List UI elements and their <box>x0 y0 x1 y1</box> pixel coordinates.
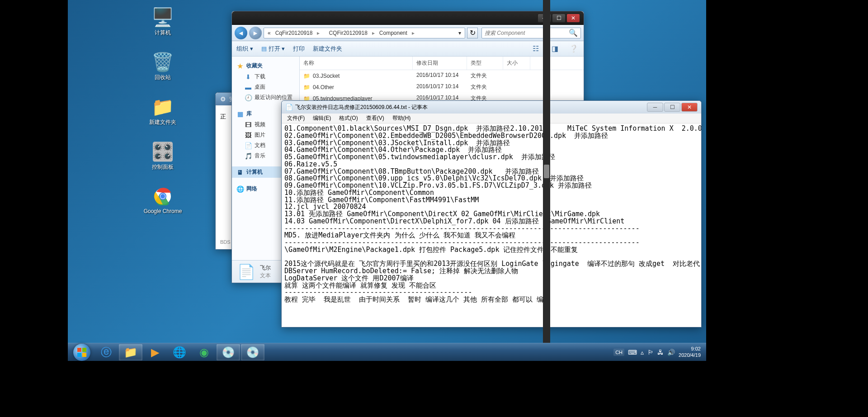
language-indicator[interactable]: CH <box>613 349 624 356</box>
explorer-taskbar-icon: 📁 <box>124 346 137 359</box>
taskbar-app-green[interactable]: ◉ <box>192 344 216 360</box>
action-center-icon[interactable]: 🏳 <box>647 349 654 356</box>
menu-format[interactable]: 格式(O) <box>335 114 361 123</box>
refresh-button[interactable]: ↻ <box>467 28 478 38</box>
folder-icon: 📁 <box>152 96 174 118</box>
column-date[interactable]: 修改日期 <box>413 57 467 70</box>
notepad-title: 飞尔安装控件日志马虎修正20150609.06.44.txt - 记事本 <box>295 104 646 111</box>
menu-file[interactable]: 文件(F) <box>283 114 308 123</box>
nav-desktop[interactable]: ▬桌面 <box>232 82 299 92</box>
media-player-icon: ▶ <box>151 346 159 359</box>
file-row[interactable]: 📁04.Other2016/10/17 10:14文件夹 <box>300 81 584 93</box>
svg-point-4 <box>160 194 165 199</box>
control-panel-icon: 🎛️ <box>152 141 174 162</box>
nav-back-button[interactable]: ◄ <box>235 27 247 39</box>
download-icon: ⬇ <box>245 73 252 81</box>
desktop-icon-control-panel[interactable]: 🎛️ 控制面板 <box>140 139 185 173</box>
search-input[interactable] <box>485 30 569 36</box>
svg-rect-6 <box>82 348 86 352</box>
desktop-nav-icon: ▬ <box>245 84 252 91</box>
menu-view[interactable]: 查看(V) <box>363 114 388 123</box>
green-app-icon: ◉ <box>199 346 209 359</box>
windows-logo-icon <box>73 344 90 361</box>
column-type[interactable]: 类型 <box>467 57 503 70</box>
taskbar-media-player[interactable]: ▶ <box>143 344 167 360</box>
search-icon[interactable]: 🔍 <box>569 28 578 37</box>
svg-rect-8 <box>82 353 86 357</box>
notepad-content[interactable]: 01.Component\01.black\Sources\MSI_D7_Dsg… <box>282 123 701 327</box>
network-icon: 🌐 <box>236 185 244 193</box>
desktop-icon-new-folder[interactable]: 📁 新建文件夹 <box>140 94 185 128</box>
svg-rect-7 <box>77 353 81 357</box>
taskbar-installer[interactable]: 💿 <box>217 344 240 360</box>
disc-icon: 💿 <box>246 346 259 359</box>
taskbar-ie[interactable]: ⓔ <box>94 344 118 360</box>
tray-up-icon[interactable]: ▵ <box>641 349 644 356</box>
menu-edit[interactable]: 编辑(E) <box>309 114 335 123</box>
keyboard-icon[interactable]: ⌨ <box>628 349 637 356</box>
volume-icon[interactable]: 🔊 <box>667 349 675 356</box>
ie-icon: ⓔ <box>101 345 112 360</box>
scrollbar-thumb[interactable] <box>544 165 549 178</box>
search-box[interactable]: 🔍 <box>481 28 581 38</box>
desktop-icon-chrome[interactable]: Google Chrome <box>140 184 185 216</box>
chrome-taskbar-icon: 🌐 <box>173 346 186 359</box>
toolbar-print[interactable]: 打印 <box>293 45 305 53</box>
nav-downloads[interactable]: ⬇下载 <box>232 71 299 82</box>
desktop-icon-computer[interactable]: 🖥️ 计算机 <box>140 5 185 38</box>
file-row[interactable]: 📁03.JSocket2016/10/17 10:14文件夹 <box>300 70 584 81</box>
breadcrumb[interactable]: « CqFir20120918▸ CQFir20120918▸ Componen… <box>264 28 465 38</box>
explorer-titlebar[interactable]: ─ ☐ ✕ <box>232 11 584 25</box>
maximize-button[interactable]: ☐ <box>552 14 566 23</box>
music-icon: 🎵 <box>245 152 252 160</box>
pictures-icon: 🖼 <box>245 132 252 139</box>
column-size[interactable]: 大小 <box>503 57 530 70</box>
vertical-scrollbar[interactable] <box>543 0 550 344</box>
help-icon[interactable]: ❔ <box>568 43 579 54</box>
computer-nav-icon: 🖥 <box>236 169 244 176</box>
notepad-icon: 📄 <box>285 104 292 111</box>
notepad-menubar: 文件(F) 编辑(E) 格式(O) 查看(V) 帮助(H) <box>282 114 701 123</box>
start-button[interactable] <box>70 343 94 361</box>
menu-help[interactable]: 帮助(H) <box>389 114 415 123</box>
taskbar-disc[interactable]: 💿 <box>241 344 264 360</box>
toolbar-new-folder[interactable]: 新建文件夹 <box>313 45 342 53</box>
close-button[interactable]: ✕ <box>566 14 580 23</box>
computer-icon: 🖥️ <box>152 6 174 28</box>
toolbar-open[interactable]: ▤打开 ▾ <box>261 45 285 53</box>
notepad-window: 📄 飞尔安装控件日志马虎修正20150609.06.44.txt - 记事本 ─… <box>281 100 702 327</box>
view-options-icon[interactable]: ☷ <box>530 43 541 54</box>
svg-rect-5 <box>77 348 81 352</box>
text-file-icon: 📄 <box>237 263 255 280</box>
recycle-bin-icon: 🗑️ <box>152 51 174 73</box>
maximize-button[interactable]: ☐ <box>664 103 680 112</box>
notepad-titlebar[interactable]: 📄 飞尔安装控件日志马虎修正20150609.06.44.txt - 记事本 ─… <box>282 101 701 114</box>
folder-row-icon: 📁 <box>303 73 310 79</box>
installer-icon: ⚙ <box>219 95 226 103</box>
taskbar-explorer[interactable]: 📁 <box>119 344 142 360</box>
column-name[interactable]: 名称 <box>300 57 413 70</box>
star-icon: ★ <box>236 62 244 70</box>
close-button[interactable]: ✕ <box>681 103 698 112</box>
desktop-icon-recycle-bin[interactable]: 🗑️ 回收站 <box>140 49 185 83</box>
preview-pane-icon[interactable]: ◨ <box>549 43 560 54</box>
toolbar-organize[interactable]: 组织 ▾ <box>236 45 253 53</box>
nav-forward-button[interactable]: ► <box>249 27 262 39</box>
recent-icon: 🕘 <box>245 94 252 101</box>
video-icon: 🎞 <box>245 121 252 128</box>
taskbar-chrome[interactable]: 🌐 <box>168 344 191 360</box>
chrome-icon <box>152 185 174 207</box>
network-tray-icon[interactable]: 🖧 <box>657 349 664 356</box>
minimize-button[interactable]: ─ <box>647 103 663 112</box>
documents-icon: 📄 <box>245 142 252 149</box>
desktop: 🖥️ 计算机 🗑️ 回收站 📁 新建文件夹 🎛️ 控制面板 Google Chr… <box>68 0 706 344</box>
taskbar: ⓔ 📁 ▶ 🌐 ◉ 💿 💿 CH ⌨ ▵ 🏳 🖧 🔊 9:02 2020/4/1… <box>68 343 706 361</box>
installer-taskbar-icon: 💿 <box>222 346 235 359</box>
taskbar-clock[interactable]: 9:02 2020/4/19 <box>679 346 701 358</box>
library-icon: ▦ <box>236 110 244 118</box>
system-tray: CH ⌨ ▵ 🏳 🖧 🔊 9:02 2020/4/19 <box>613 346 704 358</box>
folder-row-icon: 📁 <box>303 84 310 90</box>
